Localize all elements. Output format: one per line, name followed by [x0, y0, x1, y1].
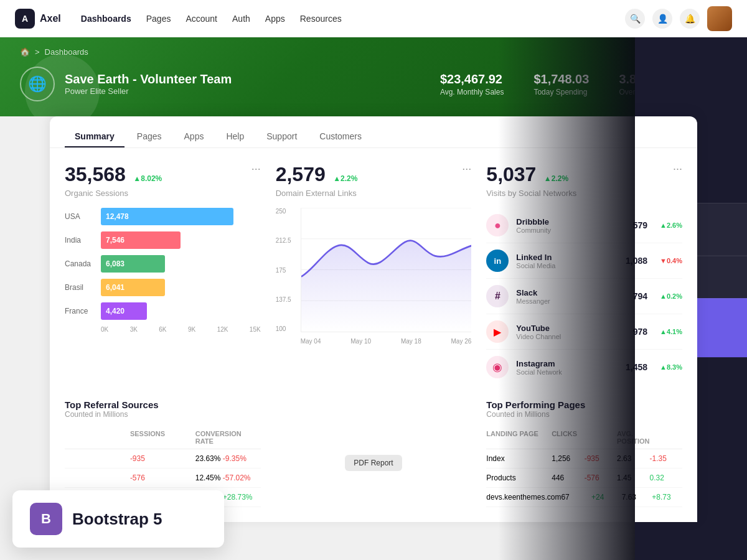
bar-row-brasil: Brasil 6,041 [65, 279, 261, 296]
page-clicks-change-2: -576 [585, 474, 617, 482]
x-axis: May 04May 10May 18May 26 [301, 338, 472, 345]
brand-name: Axel [40, 13, 61, 24]
page-pos-3: 7.63 [622, 493, 652, 502]
bar-row-india: India 7,546 [65, 231, 261, 249]
referral-row-2: -576 12.45% -57.02% [65, 469, 261, 488]
linkedin-icon: in [486, 250, 509, 272]
tabs: Summary Pages Apps Help Support Customer… [50, 116, 697, 148]
stat-label-2: Today Spending [533, 88, 589, 96]
domain-value: 2,579 [276, 163, 326, 185]
slack-name: Slack [516, 288, 625, 297]
breadcrumb: 🏠 > Dashboards [20, 47, 727, 57]
instagram-change: ▲8.3% [660, 363, 682, 371]
navbar: A Axel Dashboards Pages Account Auth App… [0, 0, 747, 37]
page-clicks-2: 446 [552, 474, 584, 482]
linkedin-count: 1,088 [626, 256, 647, 266]
social-linkedin: in Linked In Social Media 1,088 ▼0.4% [486, 243, 682, 279]
instagram-count: 1,458 [626, 362, 647, 372]
slack-count: 794 [633, 291, 647, 301]
main-card: Summary Pages Apps Help Support Customer… [50, 116, 697, 522]
bootstrap-overlay: B Bootstrap 5 [12, 490, 224, 548]
youtube-count: 978 [633, 327, 647, 337]
dribbble-icon: ● [486, 214, 509, 236]
metric-domain: 2,579 ▲2.2% ··· Domain External Links 25… [276, 163, 472, 385]
bar-country-canada: Canada [65, 259, 96, 268]
profile-section: 🌐 Save Earth - Volunteer Team Power Elit… [20, 67, 727, 101]
referral-subtitle: Counted in Millions [65, 410, 261, 419]
stat-value-2: $1,748.03 [533, 72, 589, 86]
notifications-icon[interactable]: 🔔 [680, 9, 700, 29]
chart-area [301, 208, 472, 332]
nav-pages[interactable]: Pages [146, 14, 171, 24]
tab-help[interactable]: Help [216, 126, 254, 147]
social-badge: ▲2.2% [544, 174, 568, 183]
search-icon[interactable]: 🔍 [625, 9, 645, 29]
page-clicks-1: 1,256 [552, 454, 584, 463]
slack-icon: # [486, 285, 509, 307]
bar-country-usa: USA [65, 212, 96, 221]
youtube-name: YouTube [516, 324, 625, 333]
nav-dashboards[interactable]: Dashboards [81, 14, 131, 24]
col-sessions: SESSIONS [130, 430, 195, 445]
organic-label: Organic Sessions [65, 189, 261, 198]
tab-customers[interactable]: Customers [309, 126, 372, 147]
domain-more[interactable]: ··· [462, 163, 471, 174]
page-clicks-change-1: -935 [585, 454, 617, 463]
nav-links: Dashboards Pages Account Auth Apps Resou… [81, 14, 625, 24]
referral-header: SESSIONS CONVERSION RATE [65, 426, 261, 449]
page-name-2: Products [486, 474, 552, 482]
bar-axis: 0K3K6K9K12K15K [65, 326, 261, 333]
bar-fill-india: 7,546 [101, 231, 181, 249]
ref-rate-1: 23.63% -9.35% [195, 454, 261, 463]
page-pos-change-3: +8.73 [652, 493, 682, 502]
top-pages-subtitle: Counted in Millions [486, 410, 682, 419]
page-clicks-change-3: +24 [591, 493, 622, 502]
social-more[interactable]: ··· [673, 163, 682, 174]
tab-apps[interactable]: Apps [174, 126, 214, 147]
bar-country-france: France [65, 307, 96, 315]
bar-fill-france: 4,420 [101, 302, 147, 320]
line-chart: 250 212.5 175 137.5 100 [276, 208, 472, 345]
page-row-1: Index 1,256 -935 2.63 -1.35 [486, 449, 682, 469]
ref-sessions-2: -576 [130, 474, 195, 482]
bootstrap-icon: B [30, 503, 62, 535]
referral-row-1: -935 23.63% -9.35% [65, 449, 261, 469]
stat-monthly-sales: $23,467.92 Avg. Monthly Sales [440, 72, 504, 96]
tab-summary[interactable]: Summary [65, 126, 125, 147]
bar-fill-usa: 12,478 [101, 208, 233, 225]
top-pages-section: Top Performing Pages Counted in Millions… [486, 399, 682, 507]
pdf-report-btn[interactable]: PDF Report [345, 455, 402, 471]
home-icon[interactable]: 🏠 [20, 47, 30, 57]
avatar[interactable] [707, 6, 732, 31]
metric-organic: 35,568 ▲8.02% ··· Organic Sessions USA 1… [65, 163, 261, 385]
social-slack: # Slack Messanger 794 ▲0.2% [486, 279, 682, 314]
instagram-type: Social Network [516, 368, 618, 376]
tab-pages[interactable]: Pages [127, 126, 172, 147]
organic-value: 35,568 [65, 163, 126, 185]
page-clicks-3: 67 [561, 493, 591, 502]
col-landing: LANDING PAGE [486, 430, 552, 445]
instagram-name: Instagram [516, 359, 618, 368]
pdf-section-middle: PDF Report [276, 399, 472, 507]
page-pos-change-2: 0.32 [650, 474, 682, 482]
social-value: 5,037 [486, 163, 536, 185]
profile-icon[interactable]: 👤 [652, 9, 672, 29]
nav-resources[interactable]: Resources [300, 14, 342, 24]
page-pos-2: 1.45 [617, 474, 649, 482]
domain-badge: ▲2.2% [333, 174, 357, 183]
metric-social: 5,037 ▲2.2% ··· Visits by Social Network… [486, 163, 682, 385]
nav-account[interactable]: Account [186, 14, 217, 24]
youtube-type: Video Channel [516, 333, 625, 340]
stat-today-spending: $1,748.03 Today Spending [533, 72, 589, 96]
bar-fill-canada: 6,083 [101, 255, 165, 273]
organic-more[interactable]: ··· [251, 163, 261, 174]
brand[interactable]: A Axel [15, 9, 61, 29]
nav-auth[interactable]: Auth [232, 14, 250, 24]
tab-support[interactable]: Support [256, 126, 307, 147]
profile-subtitle: Power Elite Seller [65, 86, 232, 96]
bar-fill-brasil: 6,041 [101, 279, 165, 296]
slack-change: ▲0.2% [660, 292, 682, 300]
nav-apps[interactable]: Apps [265, 14, 285, 24]
content-grid: 35,568 ▲8.02% ··· Organic Sessions USA 1… [50, 148, 697, 399]
page-name-1: Index [486, 454, 552, 463]
